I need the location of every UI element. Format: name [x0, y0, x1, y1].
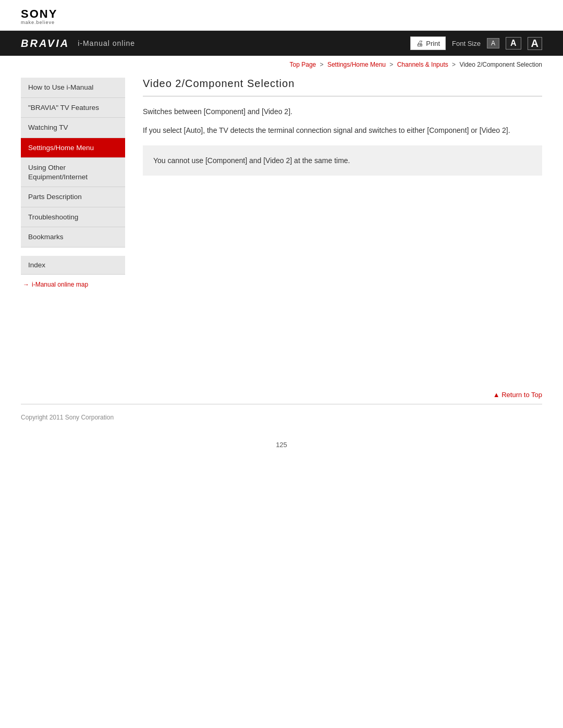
nav-bar-left: BRAVIA i-Manual online — [21, 38, 135, 50]
sidebar-item-bookmarks[interactable]: Bookmarks — [21, 227, 125, 248]
sidebar-divider — [21, 248, 125, 256]
sidebar-item-how-to-use[interactable]: How to Use i-Manual — [21, 78, 125, 98]
page-number-text: 125 — [276, 441, 287, 449]
breadcrumb-settings-home[interactable]: Settings/Home Menu — [327, 61, 386, 68]
sidebar-map-link[interactable]: → i-Manual online map — [21, 275, 125, 288]
logo-bar: SONY make.believe — [0, 0, 563, 31]
note-box: You cannot use [Component] and [Video 2]… — [143, 145, 542, 176]
sony-tagline: make.believe — [21, 20, 542, 25]
breadcrumb: Top Page > Settings/Home Menu > Channels… — [0, 56, 563, 72]
sidebar-map-label: i-Manual online map — [32, 281, 88, 288]
sidebar-item-index[interactable]: Index — [21, 256, 125, 275]
print-button[interactable]: 🖨 Print — [410, 36, 446, 50]
note-text: You cannot use [Component] and [Video 2]… — [153, 156, 350, 165]
nav-bar: BRAVIA i-Manual online 🖨 Print Font Size… — [0, 31, 563, 56]
page-number: 125 — [0, 430, 563, 454]
arrow-right-icon: → — [23, 281, 29, 288]
breadcrumb-channels-inputs[interactable]: Channels & Inputs — [397, 61, 448, 68]
nav-subtitle: i-Manual online — [78, 39, 135, 47]
content-para1: Switches between [Component] and [Video … — [143, 106, 542, 118]
breadcrumb-sep2: > — [389, 61, 395, 68]
sidebar-item-bravia-features[interactable]: "BRAVIA" TV Features — [21, 98, 125, 118]
font-large-button[interactable]: A — [528, 37, 542, 50]
page-title: Video 2/Component Selection — [143, 78, 542, 96]
return-to-top-link[interactable]: ▲ Return to Top — [493, 391, 542, 399]
content-area: Video 2/Component Selection Switches bet… — [138, 72, 542, 385]
font-size-label: Font Size — [452, 40, 481, 47]
sidebar-item-settings-home-menu[interactable]: Settings/Home Menu — [21, 138, 125, 158]
bravia-logo: BRAVIA — [21, 38, 69, 50]
breadcrumb-top-page[interactable]: Top Page — [290, 61, 316, 68]
breadcrumb-current: Video 2/Component Selection — [459, 61, 542, 68]
breadcrumb-sep1: > — [320, 61, 325, 68]
content-para2: If you select [Auto], the TV detects the… — [143, 125, 542, 137]
sidebar-item-troubleshooting[interactable]: Troubleshooting — [21, 207, 125, 228]
sidebar-item-parts-description[interactable]: Parts Description — [21, 187, 125, 207]
print-icon: 🖨 — [416, 39, 423, 47]
sidebar-item-watching-tv[interactable]: Watching TV — [21, 118, 125, 138]
font-medium-button[interactable]: A — [506, 37, 521, 50]
sony-logo: SONY — [21, 8, 542, 20]
footer: Copyright 2011 Sony Corporation — [0, 404, 563, 430]
sidebar: How to Use i-Manual "BRAVIA" TV Features… — [21, 78, 125, 385]
copyright-text: Copyright 2011 Sony Corporation — [21, 414, 114, 421]
nav-bar-right: 🖨 Print Font Size A A A — [410, 36, 542, 50]
breadcrumb-sep3: > — [452, 61, 457, 68]
font-small-button[interactable]: A — [487, 38, 499, 48]
return-top-row: ▲ Return to Top — [0, 385, 563, 404]
print-label: Print — [426, 40, 440, 47]
sidebar-item-using-other[interactable]: Using Other Equipment/Internet — [21, 158, 125, 187]
main-layout: How to Use i-Manual "BRAVIA" TV Features… — [0, 72, 563, 385]
